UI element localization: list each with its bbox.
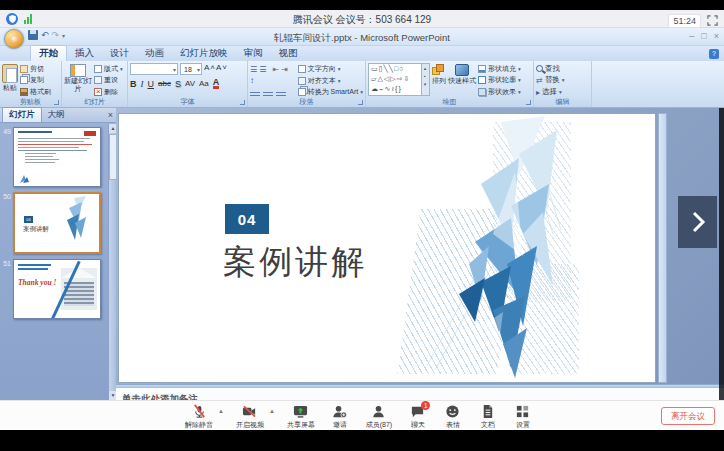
tab-slideshow[interactable]: 幻灯片放映 xyxy=(172,46,236,61)
copy-icon xyxy=(20,76,28,84)
emoji-icon xyxy=(445,404,460,419)
tab-outline[interactable]: 大纲 xyxy=(42,108,71,122)
slide-number: 50 xyxy=(2,192,11,254)
notes-pane[interactable]: 单击此处添加备注 xyxy=(116,388,724,400)
ppt-titlebar: ↶ ↷ ▾ 轧辊车间设计.pptx - Microsoft PowerPoint… xyxy=(0,28,724,46)
italic-button[interactable]: I xyxy=(141,79,144,89)
ribbon-group-clipboard: 粘贴 剪切 复制 格式刷 剪贴板 xyxy=(0,61,62,107)
tab-view[interactable]: 视图 xyxy=(271,46,306,61)
toolbar-reactions[interactable]: 表情 xyxy=(440,404,466,430)
tab-insert[interactable]: 插入 xyxy=(67,46,102,61)
paragraph-dialog-launcher-icon[interactable] xyxy=(358,100,363,105)
select-icon: ▸ xyxy=(536,88,540,97)
toolbar-unmute[interactable]: 解除静音 xyxy=(182,404,216,430)
delete-button[interactable]: 删除 xyxy=(94,87,123,97)
smartart-icon xyxy=(298,88,306,96)
toolbar-start-video[interactable]: 开启视频 xyxy=(233,404,267,430)
format-painter-button[interactable]: 格式刷 xyxy=(20,87,51,97)
tab-animations[interactable]: 动画 xyxy=(137,46,172,61)
meeting-toolbar: 解除静音 ▲ 开启视频 ▲ 共享屏幕 邀请 xyxy=(0,400,724,430)
find-button[interactable]: 查找 xyxy=(536,64,564,74)
text-shadow-button[interactable]: S xyxy=(175,79,181,89)
replace-icon: ⇄ xyxy=(536,76,543,85)
thumbnails-scrollbar[interactable]: ▲ ▼ xyxy=(108,124,116,400)
tab-design[interactable]: 设计 xyxy=(102,46,137,61)
slide-vertical-scrollbar[interactable] xyxy=(658,113,667,383)
list-indent-buttons[interactable]: ☰☰ ⇤⇥ ↕ xyxy=(250,64,296,86)
close-button[interactable]: × xyxy=(714,31,719,41)
strikethrough-button[interactable]: abc xyxy=(158,79,171,88)
font-name-select[interactable]: ▾ xyxy=(130,63,178,75)
slide-thumbnail-50-selected[interactable]: 04 案例讲解 xyxy=(13,192,101,254)
tab-review[interactable]: 审阅 xyxy=(236,46,271,61)
font-dialog-launcher-icon[interactable] xyxy=(240,100,245,105)
clipboard-dialog-launcher-icon[interactable] xyxy=(54,100,59,105)
camera-off-icon xyxy=(242,404,257,419)
slide-thumbnail-49[interactable] xyxy=(13,127,101,187)
shape-outline-button[interactable]: 形状轮廓▾ xyxy=(478,75,521,85)
reset-button[interactable]: 重设 xyxy=(94,75,123,85)
replace-button[interactable]: ⇄替换▾ xyxy=(536,75,564,85)
thumb-crystal-graphic xyxy=(59,196,89,244)
shape-effects-button[interactable]: 形状效果▾ xyxy=(478,87,521,97)
convert-smartart-button[interactable]: 转换为 SmartArt▾ xyxy=(298,87,363,97)
new-slide-button[interactable]: 新建幻灯片 xyxy=(64,63,92,98)
restore-button[interactable]: □ xyxy=(701,31,706,41)
arrange-button[interactable]: 排列 xyxy=(432,63,446,98)
current-slide-canvas[interactable]: 04 案例讲解 xyxy=(118,113,656,383)
toolbar-invite[interactable]: 邀请 xyxy=(327,404,353,430)
character-spacing-button[interactable]: AV xyxy=(185,79,195,88)
office-button[interactable] xyxy=(4,29,24,49)
shape-fill-button[interactable]: 形状填充▾ xyxy=(478,64,521,74)
toolbar-chat[interactable]: 1 聊天 xyxy=(405,404,431,430)
slides-panel: 幻灯片 大纲 × 49 xyxy=(0,108,116,400)
change-case-button[interactable]: Aa xyxy=(199,79,209,88)
layout-button[interactable]: 版式▾ xyxy=(94,64,123,74)
underline-button[interactable]: U xyxy=(148,79,155,89)
shape-effects-icon xyxy=(478,88,486,96)
leave-meeting-button[interactable]: 离开会议 xyxy=(661,407,715,425)
toolbar-members[interactable]: 成员(87) xyxy=(362,404,396,430)
ribbon-group-drawing: ▭▯╲╲□○ ▱△◁▷⇨⇩ ☁⌣∿≀{} ▴▪▾ 排列 快速样式 形状填 xyxy=(366,61,534,107)
grow-shrink-font-buttons[interactable]: A˄A˅ xyxy=(204,63,228,75)
align-text-button[interactable]: 对齐文本▾ xyxy=(298,76,363,86)
document-icon xyxy=(480,404,495,419)
paste-button[interactable]: 粘贴 xyxy=(2,63,18,98)
toolbar-share-screen[interactable]: 共享屏幕 xyxy=(284,404,318,430)
chat-badge: 1 xyxy=(421,401,430,410)
tab-home[interactable]: 开始 xyxy=(30,45,67,61)
shapes-gallery[interactable]: ▭▯╲╲□○ ▱△◁▷⇨⇩ ☁⌣∿≀{} ▴▪▾ xyxy=(368,63,430,96)
thumb-logo xyxy=(84,131,96,136)
tab-slides-thumbnails[interactable]: 幻灯片 xyxy=(2,107,42,122)
meeting-title: 腾讯会议 会议号：503 664 129 xyxy=(0,13,724,27)
camera-options-caret[interactable]: ▲ xyxy=(269,408,275,414)
toolbar-settings[interactable]: 设置 xyxy=(510,404,536,430)
shape-fill-icon xyxy=(478,65,486,73)
font-size-select[interactable]: 18▾ xyxy=(180,63,202,75)
close-panel-icon[interactable]: × xyxy=(108,110,113,120)
slide-thumbnail-51[interactable]: Thank you ! xyxy=(13,259,101,319)
help-icon[interactable]: ? xyxy=(709,49,719,59)
select-button[interactable]: ▸选择▾ xyxy=(536,87,564,97)
cut-button[interactable]: 剪切 xyxy=(20,64,51,74)
toolbar-docs[interactable]: 文档 xyxy=(475,404,501,430)
members-icon xyxy=(371,404,386,419)
bold-button[interactable]: B xyxy=(130,79,137,89)
ribbon-group-editing: 查找 ⇄替换▾ ▸选择▾ 编辑 xyxy=(534,61,592,107)
screen: 腾讯会议 会议号：503 664 129 51:24 ↶ ↷ ▾ 轧辊车间设计.… xyxy=(0,0,724,451)
minimize-button[interactable]: – xyxy=(689,31,694,41)
mic-options-caret[interactable]: ▲ xyxy=(218,408,224,414)
microphone-muted-icon xyxy=(192,404,207,419)
drawing-dialog-launcher-icon[interactable] xyxy=(526,100,531,105)
layout-icon xyxy=(94,65,102,73)
copy-button[interactable]: 复制 xyxy=(20,75,51,85)
text-direction-button[interactable]: 文字方向▾ xyxy=(298,64,363,74)
arrange-icon xyxy=(432,64,446,76)
next-slide-button[interactable] xyxy=(678,196,717,248)
find-icon xyxy=(536,65,543,72)
chat-icon: 1 xyxy=(410,404,425,419)
font-color-button[interactable]: A xyxy=(213,78,220,89)
slide-section-badge: 04 xyxy=(225,204,269,234)
quick-styles-button[interactable]: 快速样式 xyxy=(448,63,476,98)
shapes-gallery-scrollbar[interactable]: ▴▪▾ xyxy=(421,64,429,95)
